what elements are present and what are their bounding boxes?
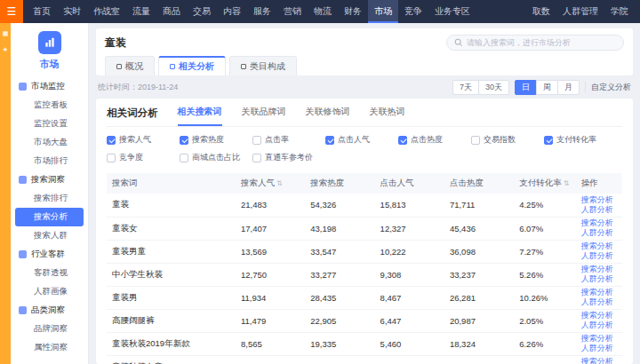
metric-filter[interactable]: 搜索人气 [107, 134, 180, 146]
granularity-button-group: 日 周 月 [515, 80, 580, 95]
topnav-right-item[interactable]: 取数 [526, 0, 556, 23]
metric-filter[interactable]: 交易指数 [471, 134, 544, 146]
checkbox-icon[interactable] [471, 136, 480, 145]
crowd-analysis-link[interactable]: 人群分析 [581, 251, 617, 261]
topnav-item[interactable]: 实时 [57, 0, 87, 23]
crowd-analysis-link[interactable]: 人群分析 [581, 320, 617, 330]
actions-cell: 搜索分析 人群分析 [576, 286, 622, 309]
sidebar-item[interactable]: 搜索排行 [11, 189, 88, 208]
topnav-item[interactable]: 交易 [187, 0, 217, 23]
sidebar-item[interactable]: 品牌洞察 [11, 320, 88, 338]
topnav-item[interactable]: 服务 [247, 0, 277, 23]
search-analysis-link[interactable]: 搜索分析 [581, 265, 617, 274]
search-analysis-link[interactable]: 搜索分析 [581, 357, 617, 364]
topnav-item[interactable]: 财务 [338, 0, 368, 23]
search-heat-cell: 43,198 [305, 217, 374, 240]
metric-filter[interactable]: 搜索热度 [180, 134, 252, 146]
topnav-item[interactable]: 竞争 [398, 0, 428, 23]
sidebar-item[interactable]: 行业客群 [11, 245, 88, 264]
checkbox-icon[interactable] [252, 154, 261, 162]
topnav-item[interactable]: 商品 [156, 0, 187, 23]
topnav-item[interactable]: 营销 [277, 0, 308, 23]
sidebar-item-label: 搜索洞察 [31, 174, 65, 186]
page-tab[interactable]: 类目构成 [229, 56, 297, 75]
range-button[interactable]: 30天 [478, 80, 509, 95]
checkbox-icon[interactable] [180, 136, 188, 145]
sidebar-item[interactable]: 监控看板 [11, 96, 88, 115]
sort-icon[interactable]: ⇅ [564, 179, 570, 187]
topnav-item[interactable]: 市场 [368, 0, 398, 23]
search-box[interactable] [446, 35, 624, 51]
table-row: 童装 21,483 54,326 15,813 71,711 4.25% 搜索分… [107, 194, 622, 217]
checkbox-icon[interactable] [180, 154, 188, 162]
metric-filter[interactable]: 支付转化率 [544, 134, 617, 146]
topnav-right-item[interactable]: 人群管理 [556, 0, 604, 23]
sidebar-item[interactable]: 人群画像 [11, 282, 88, 301]
search-analysis-link[interactable]: 搜索分析 [581, 311, 617, 320]
page-tab[interactable]: 概况 [105, 56, 155, 75]
topnav-item[interactable]: 首页 [27, 0, 57, 23]
range-button[interactable]: 7天 [452, 80, 479, 95]
app-logo[interactable]: ☰ [0, 0, 23, 23]
sidebar-item[interactable]: 搜索洞察 [11, 170, 88, 189]
sort-icon[interactable]: ⇅ [276, 179, 283, 187]
sidebar-item[interactable]: 搜索分析 [15, 208, 84, 226]
click-heat-cell: 45,436 [444, 217, 514, 240]
subtab[interactable]: 关联热词 [370, 106, 405, 126]
pay-conversion-cell: 4.25% [514, 194, 576, 217]
table-row: 童装女 17,407 43,198 12,327 45,436 6.07% 搜索… [107, 217, 622, 240]
custom-analysis-link[interactable]: 自定义分析 [591, 82, 631, 93]
metric-filter[interactable]: 竞争度 [107, 152, 180, 163]
search-analysis-link[interactable]: 搜索分析 [581, 288, 617, 297]
checkbox-icon[interactable] [325, 136, 334, 145]
metric-filter[interactable]: 直通车参考价 [252, 152, 325, 163]
title-row: 童装 [105, 33, 624, 52]
sidebar-item-label: 品类洞察 [31, 305, 65, 316]
granularity-button[interactable]: 周 [536, 80, 558, 95]
checkbox-icon[interactable] [398, 136, 407, 145]
page-tab[interactable]: 相关分析 [158, 56, 226, 75]
topnav-item[interactable]: 作战室 [87, 0, 126, 23]
sidebar-item[interactable]: 市场监控 [11, 77, 88, 96]
search-analysis-link[interactable]: 搜索分析 [581, 241, 617, 251]
metric-filter[interactable]: 点击率 [252, 134, 325, 146]
checkbox-icon[interactable] [544, 136, 553, 145]
search-input[interactable] [467, 38, 616, 47]
checkbox-icon[interactable] [107, 136, 116, 145]
metric-filter[interactable]: 点击人气 [325, 134, 398, 146]
sidebar-item[interactable]: 市场大盘 [11, 133, 88, 152]
topnav-right-item[interactable]: 学院 [604, 0, 635, 23]
crowd-analysis-link[interactable]: 人群分析 [581, 228, 617, 238]
granularity-button[interactable]: 月 [557, 80, 580, 95]
crowd-analysis-link[interactable]: 人群分析 [581, 297, 617, 307]
subtab[interactable]: 关联品牌词 [242, 106, 286, 126]
granularity-button[interactable]: 日 [515, 80, 537, 95]
star-icon[interactable]: ★ [3, 46, 8, 53]
crowd-analysis-link[interactable]: 人群分析 [581, 205, 617, 215]
topnav-item[interactable]: 流量 [126, 0, 156, 23]
metric-filter[interactable]: 商城点击占比 [180, 152, 252, 163]
sidebar-item[interactable]: 监控设置 [11, 115, 88, 133]
metric-filter[interactable]: 点击热度 [398, 134, 471, 146]
subtab[interactable]: 相关搜索词 [178, 106, 222, 126]
crowd-analysis-link[interactable]: 人群分析 [581, 344, 617, 353]
keyword-cell: 童装秋装2019年新款 [107, 332, 236, 355]
sidebar-item[interactable]: 市场排行 [11, 152, 88, 170]
search-analysis-link[interactable]: 搜索分析 [581, 218, 617, 228]
checkbox-icon[interactable] [107, 154, 116, 162]
sidebar-item[interactable]: 搜索人群 [11, 226, 88, 245]
topnav-item[interactable]: 物流 [308, 0, 338, 23]
topnav-items: 首页 实时 作战室 流量 商品 交易 内容 服务 营销 物流 财务 市 [23, 0, 526, 23]
sidebar-item[interactable]: 品类洞察 [11, 301, 88, 320]
sidebar-item[interactable]: 客群透视 [11, 264, 88, 282]
checkbox-icon[interactable] [252, 136, 261, 145]
search-analysis-link[interactable]: 搜索分析 [581, 195, 617, 205]
topnav-item[interactable]: 业务专区 [428, 0, 476, 23]
search-analysis-link[interactable]: 搜索分析 [581, 334, 617, 344]
crowd-analysis-link[interactable]: 人群分析 [581, 274, 617, 284]
topnav-item[interactable]: 内容 [217, 0, 247, 23]
subtab[interactable]: 关联修饰词 [306, 106, 350, 126]
search-popularity-cell: 11,934 [236, 286, 305, 309]
grid-icon[interactable]: ▦ [3, 30, 9, 37]
sidebar-item[interactable]: 属性洞察 [11, 338, 88, 357]
